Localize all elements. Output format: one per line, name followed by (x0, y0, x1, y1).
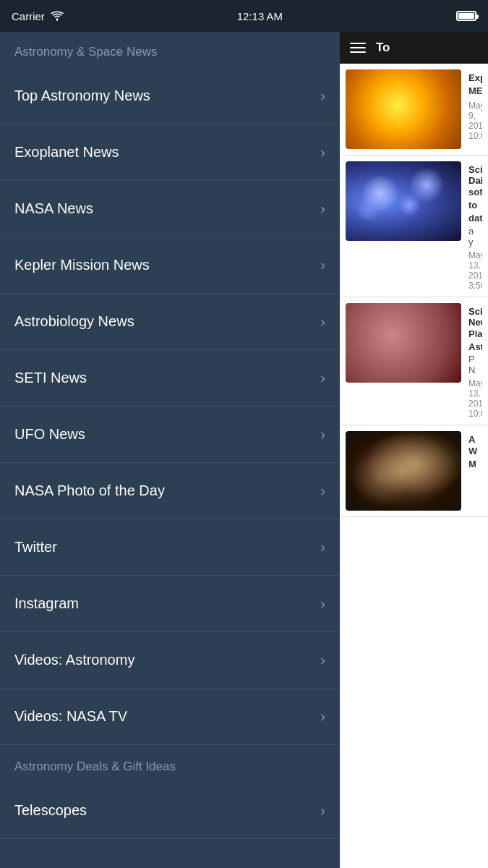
sidebar-item-top-astronomy-news[interactable]: Top Astronomy News › (0, 68, 340, 124)
sidebar-section-1-title: Astronomy & Space News (0, 32, 340, 68)
sidebar-item-seti-news[interactable]: SETI News › (0, 350, 340, 407)
carrier-label: Carrier (12, 10, 45, 22)
right-panel-title: To (376, 41, 390, 55)
chevron-icon: › (320, 88, 325, 104)
battery-icon (456, 11, 476, 21)
news-body-4: WM (468, 445, 482, 471)
news-date-2: May 13, 2016, 3:50 (468, 250, 482, 291)
news-thumbnail-1 (346, 69, 461, 149)
sidebar-item-ufo-news[interactable]: UFO News › (0, 407, 340, 463)
sidebar-item-instagram[interactable]: Instagram › (0, 576, 340, 632)
chevron-icon: › (320, 313, 325, 330)
sidebar-item-label: Instagram (14, 595, 79, 612)
chevron-icon: › (320, 652, 325, 668)
chevron-icon: › (320, 257, 325, 273)
hamburger-line-1 (350, 43, 366, 44)
news-thumbnail-2 (346, 161, 461, 241)
chevron-icon: › (320, 426, 325, 443)
sidebar-item-label: Twitter (14, 539, 57, 556)
chevron-icon: › (320, 595, 325, 612)
status-left: Carrier (12, 10, 64, 22)
sidebar-item-telescopes[interactable]: Telescopes › (0, 783, 340, 839)
news-date-1: May 9, 2016, 10:09 (468, 101, 482, 141)
news-body-1: MEGASTRUCTUR (468, 85, 482, 98)
main-layout: Astronomy & Space News Top Astronomy New… (0, 32, 488, 868)
sidebar-item-videos-nasa-tv[interactable]: Videos: NASA TV › (0, 689, 340, 745)
news-body-3: Planet, Astronom (468, 328, 482, 354)
news-date-3: May 13, 2016, 10:0 (468, 378, 482, 419)
news-item-2[interactable]: Science Daily S software to date ay May … (340, 156, 488, 297)
status-bar: Carrier 12:13 AM (0, 0, 488, 32)
status-right (456, 11, 476, 21)
sidebar-item-label: UFO News (14, 426, 85, 443)
sidebar-item-label: Top Astronomy News (14, 88, 150, 104)
news-content-4: A WM (468, 431, 482, 511)
sidebar-item-label: Videos: NASA TV (14, 708, 127, 725)
sidebar-item-nasa-photo-day[interactable]: NASA Photo of the Day › (0, 463, 340, 519)
sidebar-item-label: Telescopes (14, 802, 87, 819)
sidebar-item-label: Exoplanet News (14, 144, 119, 161)
sidebar-item-label: NASA News (14, 200, 93, 217)
news-content-2: Science Daily S software to date ay May … (468, 161, 482, 291)
chevron-icon: › (320, 802, 325, 819)
news-item-1[interactable]: Express.co.uk S MEGASTRUCTUR May 9, 2016… (340, 64, 488, 156)
sidebar-section-2-title: Astronomy Deals & Gift Ideas (0, 745, 340, 783)
sidebar-item-label: SETI News (14, 370, 87, 386)
sidebar-item-kepler-mission-news[interactable]: Kepler Mission News › (0, 237, 340, 294)
status-time: 12:13 AM (237, 10, 283, 22)
news-thumbnail-4 (346, 431, 461, 511)
news-thumbnail-3 (346, 303, 461, 383)
news-content-3: Sci-News.com 2 Planet, Astronom PN May 1… (468, 303, 482, 419)
battery-fill (458, 13, 474, 19)
sidebar-item-astrobiology-news[interactable]: Astrobiology News › (0, 294, 340, 350)
sidebar-item-nasa-news[interactable]: NASA News › (0, 181, 340, 237)
wifi-icon (51, 11, 64, 21)
chevron-icon: › (320, 708, 325, 725)
news-source-2: Science Daily (468, 164, 482, 186)
news-list: Express.co.uk S MEGASTRUCTUR May 9, 2016… (340, 64, 488, 868)
sidebar: Astronomy & Space News Top Astronomy New… (0, 32, 340, 868)
sidebar-item-label: Videos: Astronomy (14, 652, 134, 668)
hamburger-line-3 (350, 51, 366, 53)
sidebar-item-exoplanet-news[interactable]: Exoplanet News › (0, 124, 340, 181)
hamburger-button[interactable] (350, 43, 366, 53)
news-body-2: software to date (468, 186, 482, 226)
news-source-1: Express.co.uk (468, 72, 482, 83)
chevron-icon: › (320, 144, 325, 161)
chevron-icon: › (320, 200, 325, 217)
right-header: To (340, 32, 488, 64)
sidebar-item-videos-astronomy[interactable]: Videos: Astronomy › (0, 632, 340, 689)
sidebar-item-label: NASA Photo of the Day (14, 482, 165, 499)
hamburger-line-2 (350, 47, 366, 48)
sidebar-item-label: Astrobiology News (14, 313, 134, 330)
news-content-1: Express.co.uk S MEGASTRUCTUR May 9, 2016… (468, 69, 482, 149)
chevron-icon: › (320, 539, 325, 556)
chevron-icon: › (320, 370, 325, 386)
news-sub-2: ay (468, 226, 482, 247)
news-source-4: A (468, 434, 482, 445)
sidebar-item-label: Kepler Mission News (14, 257, 150, 273)
news-sub-3: PN (468, 354, 482, 375)
chevron-icon: › (320, 482, 325, 499)
news-item-4[interactable]: A WM (340, 425, 488, 517)
news-item-3[interactable]: Sci-News.com 2 Planet, Astronom PN May 1… (340, 297, 488, 425)
news-source-3: Sci-News.com (468, 306, 482, 328)
right-panel: To Express.co.uk S MEGASTRUCTUR May 9, 2… (340, 32, 488, 868)
sidebar-item-twitter[interactable]: Twitter › (0, 519, 340, 576)
